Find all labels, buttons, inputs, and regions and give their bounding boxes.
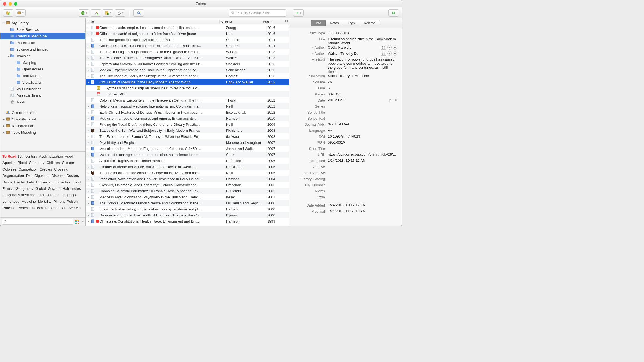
tag[interactable]: Empiricism — [36, 180, 53, 184]
disclosure-icon[interactable]: ▸ — [86, 123, 91, 126]
tag[interactable]: Poison — [67, 199, 78, 204]
tag[interactable]: Professionalism — [18, 206, 43, 210]
locate-button[interactable]: ➜▾ — [293, 9, 304, 17]
item-list[interactable]: ▸Guerre, maladie, empire. Les services d… — [86, 24, 289, 226]
tag[interactable]: Food — [72, 180, 81, 184]
attachment-button[interactable]: ▾ — [115, 9, 125, 17]
group-row[interactable]: ▸Grant Proposal — [0, 116, 85, 122]
my-library[interactable]: ▾ My Library — [0, 20, 85, 26]
item-row[interactable]: PDFFull Text PDF — [86, 91, 289, 97]
tag[interactable]: Piment — [53, 199, 64, 204]
item-row[interactable]: ▸The Medicines Trade in the Portuguese A… — [86, 55, 289, 61]
column-config-icon[interactable] — [284, 19, 289, 23]
tag[interactable]: Expertise — [56, 180, 70, 184]
collection-row[interactable]: Colonial Medicine — [0, 33, 85, 39]
tag[interactable]: Competition — [18, 167, 37, 171]
item-row[interactable]: ▸Early Clinical Features of Dengue Virus… — [86, 109, 289, 115]
disclosure-icon[interactable]: ▸ — [86, 153, 91, 156]
group-row[interactable]: ▸Research Lab — [0, 122, 85, 129]
tag[interactable]: Children — [47, 161, 60, 165]
field-language[interactable]: en — [328, 128, 399, 132]
item-row[interactable]: ▸Battles of the Self: War and Subjectivi… — [86, 127, 289, 133]
field-abstract[interactable]: The search for powerful drugs has caused… — [328, 57, 399, 74]
tab-notes[interactable]: Notes — [326, 20, 343, 26]
group-row[interactable]: ▸Topic Modeling — [0, 129, 85, 136]
tag[interactable]: Colonies — [2, 167, 17, 171]
creator-toggle-button[interactable]: ⬚ — [381, 45, 386, 50]
disclosure-icon[interactable]: ▸ — [86, 196, 91, 199]
tag[interactable]: Lemonade — [2, 199, 19, 204]
field-title[interactable]: Circulation of Medicine in the Early Mod… — [328, 37, 399, 45]
tag[interactable]: Disease — [51, 174, 64, 178]
item-row[interactable]: ▸Colonial Disease, Translation, and Enli… — [86, 43, 289, 49]
item-row[interactable]: ▸Officiers de santé et soignantes créole… — [86, 31, 289, 37]
tag[interactable]: Acclimatization — [39, 154, 63, 158]
collection-row[interactable]: Mapping — [0, 59, 85, 66]
disclosure-icon[interactable]: ▸ — [86, 117, 91, 120]
item-row[interactable]: ▸The Experiments of Ramón M. Termeyer SJ… — [86, 133, 289, 139]
item-row[interactable]: ▸Variolation, Vaccination and Popular Re… — [86, 176, 289, 182]
item-row[interactable]: ▸Leprosy and Slavery in Suriname: Godfri… — [86, 61, 289, 67]
item-row[interactable]: ▾Circulation of Medicine in the Early Mo… — [86, 79, 289, 85]
tag[interactable]: Creoles — [40, 167, 52, 171]
tag[interactable]: Crossing — [54, 167, 68, 171]
field-publication[interactable]: Social History of Medicine — [328, 74, 399, 78]
special-row[interactable]: Duplicate Items — [0, 92, 85, 99]
new-collection-button[interactable] — [3, 9, 13, 17]
item-row[interactable]: ▸Finding the "Ideal Diet": Nutrition, Cu… — [86, 121, 289, 127]
quick-search[interactable]: ▾ Title, Creator, Year — [229, 9, 286, 17]
tag[interactable]: Secrets — [69, 206, 81, 210]
disclosure-icon[interactable]: ▸ — [86, 26, 91, 29]
item-row[interactable]: ▸Guerre, maladie, empire. Les services d… — [86, 24, 289, 31]
disclosure-icon[interactable]: ▸ — [86, 214, 91, 217]
creator-toggle-button[interactable]: ⬚ — [381, 51, 386, 56]
item-row[interactable]: From medical astrology to medical astron… — [86, 206, 289, 212]
tags-filter-input[interactable] — [2, 219, 73, 225]
collection-row[interactable]: ▾Teaching — [0, 53, 85, 59]
creator-remove-button[interactable]: − — [387, 51, 392, 56]
field-doi[interactable]: 10.1093/shm/hkt013 — [328, 134, 399, 138]
tag[interactable]: Hair — [62, 187, 69, 191]
creator-add-button[interactable]: + — [393, 51, 397, 56]
tag[interactable]: Doctors — [67, 174, 79, 178]
disclosure-icon[interactable]: ▸ — [86, 50, 91, 53]
tag[interactable]: Guyane — [48, 187, 61, 191]
field-author[interactable]: Walker, Timothy D.⬚−+ — [328, 51, 399, 56]
creator-type-menu[interactable]: ▾ Author — [289, 51, 328, 56]
disclosure-icon[interactable]: ▸ — [86, 62, 91, 65]
item-row[interactable]: ▸"Syphilis, Opiomania, and Pederasty": C… — [86, 182, 289, 188]
tag[interactable]: 19th century — [17, 154, 37, 158]
disclosure-icon[interactable]: ▾ — [86, 81, 91, 84]
tag[interactable]: Indies — [71, 187, 81, 191]
item-row[interactable]: ▸The Circulation of Bodily Knowledge in … — [86, 73, 289, 79]
field-volume[interactable]: 26 — [328, 80, 399, 84]
field-author[interactable]: Cook, Harold J.⬚−+ — [328, 45, 399, 50]
item-row[interactable]: ▸Disease and Empire: The Health of Europ… — [86, 212, 289, 218]
group-libraries[interactable]: Group Libraries — [0, 109, 85, 116]
field-accessed[interactable]: 1/24/2018, 10:17:12 AM — [328, 158, 399, 163]
disclosure-icon[interactable]: ▸ — [86, 141, 91, 144]
tag[interactable]: Drugs — [2, 180, 12, 184]
disclosure-icon[interactable]: ▸ — [86, 190, 91, 193]
disclosure-icon[interactable]: ▸ — [86, 111, 91, 114]
item-row[interactable]: ▸"Neither of meate nor drinke, but what … — [86, 164, 289, 170]
field-item-type[interactable]: Journal Article — [328, 31, 399, 35]
field-url[interactable]: https://academic.oup.com/shm/article/26/… — [328, 152, 399, 157]
item-row[interactable]: The Emergence of Tropical Medicine in Fr… — [86, 37, 289, 43]
item-row[interactable]: ▸Medicine and the Market in England and … — [86, 146, 289, 152]
tag[interactable]: Language — [61, 193, 77, 197]
col-year[interactable]: Year ⌄ — [261, 20, 284, 23]
field-issn[interactable]: 0951-631X — [328, 140, 399, 144]
tag[interactable]: Degeneration — [2, 174, 24, 178]
disclosure-icon[interactable]: ▸ — [86, 32, 91, 35]
disclosure-icon[interactable]: ▸ — [86, 135, 91, 138]
new-item-button[interactable]: ▾ — [79, 9, 89, 17]
tag-highlight[interactable]: To Read — [2, 154, 16, 158]
zoom-window-icon[interactable] — [14, 2, 17, 6]
tag[interactable]: Cemetery — [29, 161, 44, 165]
tag[interactable]: Digestion — [34, 174, 49, 178]
disclosure-icon[interactable]: ▸ — [86, 75, 91, 78]
disclosure-icon[interactable]: ▸ — [86, 147, 91, 150]
new-library-button[interactable]: ▾ — [15, 9, 26, 17]
tab-related[interactable]: Related — [359, 20, 380, 26]
